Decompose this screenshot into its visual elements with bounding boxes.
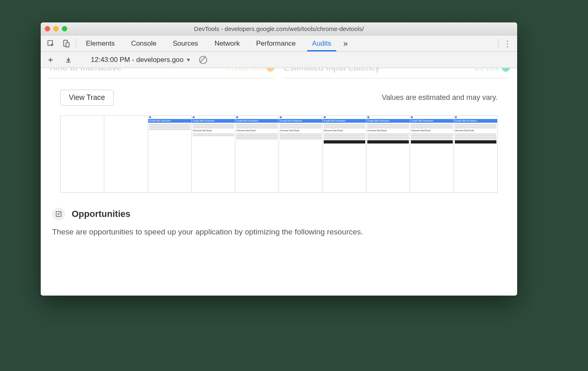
filmstrip-frame: Google Web Developers Chrome DevTools: [366, 116, 410, 192]
close-icon[interactable]: [45, 26, 50, 31]
view-trace-button[interactable]: View Trace: [60, 90, 114, 106]
tab-network[interactable]: Network: [206, 35, 248, 51]
tab-sources[interactable]: Sources: [165, 35, 206, 51]
trace-row: View Trace Values are estimated and may …: [48, 82, 510, 115]
status-dot-icon: [266, 68, 274, 72]
inspect-icon[interactable]: [43, 35, 59, 51]
metric-value: 16 ms: [474, 68, 510, 73]
filmstrip-frame: Google Web Developers Chrome DevTools: [454, 116, 497, 192]
titlebar: DevTools - developers.google.com/web/too…: [41, 22, 517, 35]
estimate-note: Values are estimated and may vary.: [382, 93, 498, 102]
tab-list: Elements Console Sources Network Perform…: [78, 35, 340, 51]
zoom-icon[interactable]: [62, 26, 67, 31]
devtools-window: DevTools - developers.google.com/web/too…: [41, 22, 517, 296]
opportunities-section: Opportunities These are opportunities to…: [48, 208, 510, 238]
audit-selector-label: 12:43:00 PM - developers.goo: [91, 56, 184, 64]
filmstrip-frame: [104, 116, 147, 192]
filmstrip-frame: Google Web Developers Chrome DevTools: [235, 116, 279, 192]
metric-label: Estimated Input Latency: [283, 68, 380, 73]
clear-icon[interactable]: [197, 54, 209, 66]
tab-overflow-icon[interactable]: »: [340, 35, 352, 51]
opportunities-icon: [52, 208, 65, 221]
tab-console[interactable]: Console: [123, 35, 165, 51]
metrics-row: Time to Interactive 7,180 ms Estimated I…: [48, 68, 510, 82]
filmstrip: Google Web Developers Google Web Develop…: [60, 115, 498, 193]
filmstrip-frame: Google Web Developers: [148, 116, 191, 192]
tab-elements[interactable]: Elements: [78, 35, 123, 51]
download-icon[interactable]: [63, 54, 74, 66]
divider: [498, 39, 498, 48]
audits-content: Time to Interactive 7,180 ms Estimated I…: [41, 68, 517, 296]
filmstrip-frame: Google Web Developers Chrome DevTools: [191, 116, 235, 192]
filmstrip-frame: Google Web Developers Chrome DevTools: [410, 116, 453, 192]
filmstrip-frame: [61, 116, 104, 192]
metric-value: 7,180 ms: [226, 68, 274, 73]
minimize-icon[interactable]: [53, 26, 59, 31]
svg-rect-2: [66, 42, 69, 47]
divider: [76, 39, 76, 48]
filmstrip-frame: Google Web Developers Chrome DevTools: [323, 116, 366, 192]
device-toggle-icon[interactable]: [59, 35, 74, 51]
tab-performance[interactable]: Performance: [248, 35, 304, 51]
audit-selector[interactable]: 12:43:00 PM - developers.goo ▼: [91, 56, 191, 64]
traffic-lights: [45, 26, 67, 31]
opportunities-title: Opportunities: [72, 209, 130, 219]
audits-toolbar: 12:43:00 PM - developers.goo ▼: [41, 52, 517, 68]
metric-latency: Estimated Input Latency 16 ms: [283, 68, 510, 78]
tabs-bar: Elements Console Sources Network Perform…: [41, 35, 517, 52]
window-title: DevTools - developers.google.com/web/too…: [41, 25, 517, 32]
tab-audits[interactable]: Audits: [304, 35, 339, 51]
more-icon[interactable]: ⋮: [500, 35, 515, 51]
opportunities-header: Opportunities: [52, 208, 506, 221]
chevron-down-icon: ▼: [186, 57, 191, 63]
metric-tti: Time to Interactive 7,180 ms: [48, 68, 274, 78]
filmstrip-frame: Google Web Developers Chrome DevTools: [279, 116, 322, 192]
metric-label: Time to Interactive: [48, 68, 121, 73]
status-dot-icon: [502, 68, 510, 72]
opportunities-description: These are opportunities to speed up your…: [52, 226, 506, 238]
new-audit-icon[interactable]: [45, 54, 56, 66]
